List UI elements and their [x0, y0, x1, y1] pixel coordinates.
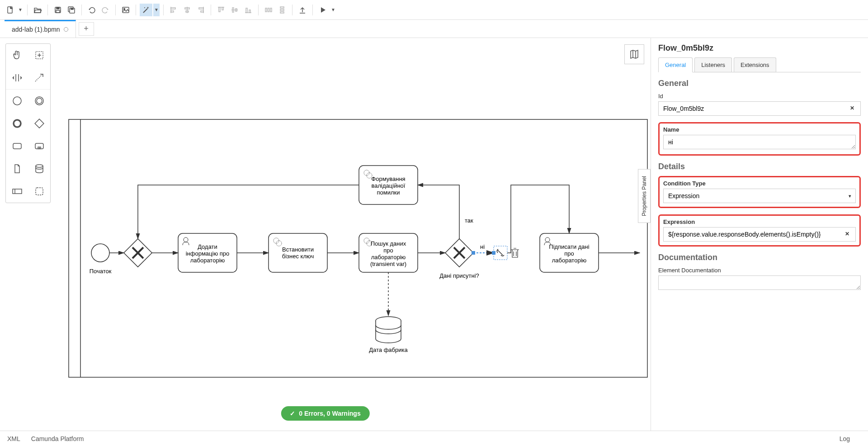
- unsaved-indicator-icon: [64, 27, 68, 32]
- subprocess-icon[interactable]: [28, 135, 50, 157]
- tab-listeners[interactable]: Listeners: [694, 57, 732, 72]
- service-task-search-data[interactable]: Пошук данихпролабораторію(transient var): [359, 233, 418, 272]
- gateway-icon[interactable]: [28, 112, 50, 135]
- properties-panel-toggle[interactable]: Properties Panel: [638, 169, 651, 223]
- hand-tool-icon[interactable]: [6, 44, 28, 66]
- task-icon[interactable]: [6, 135, 28, 157]
- separator: [27, 5, 28, 15]
- id-input[interactable]: [658, 101, 861, 116]
- validation-text: 0 Errors, 0 Warnings: [299, 410, 360, 417]
- platform-label[interactable]: Camunda Platform: [31, 435, 84, 442]
- svg-point-41: [37, 98, 42, 104]
- separator: [81, 5, 82, 15]
- separator: [258, 5, 259, 15]
- name-input[interactable]: ні: [663, 135, 856, 149]
- section-details: Details: [658, 162, 861, 171]
- align-bottom-button[interactable]: [242, 4, 255, 16]
- magic-wand-button[interactable]: [140, 4, 152, 16]
- flow-yes[interactable]: [418, 185, 459, 239]
- svg-rect-52: [36, 188, 43, 195]
- gateway-label: Дані присутні?: [439, 272, 479, 279]
- gateway-data-check[interactable]: [445, 239, 473, 267]
- properties-panel: Flow_0m5bl9z General Listeners Extension…: [651, 38, 868, 431]
- svg-rect-32: [280, 12, 284, 13]
- align-center-v-button[interactable]: [228, 4, 241, 16]
- log-tab[interactable]: Log: [840, 435, 850, 442]
- separator: [115, 5, 116, 15]
- save-button[interactable]: [52, 4, 64, 16]
- flow-handle[interactable]: [492, 251, 495, 255]
- flow-handle[interactable]: [472, 251, 475, 255]
- svg-rect-3: [56, 10, 60, 13]
- save-all-button[interactable]: [65, 4, 78, 16]
- element-doc-input[interactable]: [658, 275, 861, 290]
- user-task-sign-data[interactable]: Підписати даніпролабораторію: [540, 233, 599, 272]
- redo-button[interactable]: [99, 4, 112, 16]
- gateway-merge[interactable]: [124, 239, 152, 267]
- file-tabs: add-lab (1).bpmn +: [0, 20, 868, 38]
- upload-button[interactable]: [296, 4, 309, 16]
- validation-badge[interactable]: ✓ 0 Errors, 0 Warnings: [281, 406, 369, 421]
- end-event-icon[interactable]: [6, 112, 28, 135]
- svg-rect-31: [280, 9, 284, 10]
- service-task-business-key[interactable]: Встановитибізнес ключ: [269, 233, 327, 272]
- participant-icon[interactable]: [6, 180, 28, 203]
- clear-icon[interactable]: ✕: [845, 231, 852, 238]
- new-file-button[interactable]: [4, 4, 16, 16]
- magic-wand-dropdown[interactable]: ▼: [153, 4, 160, 16]
- align-top-button[interactable]: [215, 4, 227, 16]
- undo-button[interactable]: [85, 4, 98, 16]
- add-tab-button[interactable]: +: [79, 22, 94, 36]
- group-icon[interactable]: [28, 180, 50, 203]
- lasso-tool-icon[interactable]: [28, 44, 50, 66]
- align-right-button[interactable]: [194, 4, 207, 16]
- intermediate-event-icon[interactable]: [28, 90, 50, 112]
- separator: [292, 5, 292, 15]
- separator: [163, 5, 164, 15]
- check-icon: ✓: [290, 410, 295, 417]
- align-center-h-button[interactable]: [181, 4, 193, 16]
- data-store-icon[interactable]: [28, 157, 50, 180]
- svg-rect-6: [71, 8, 73, 9]
- separator: [211, 5, 211, 15]
- data-object-icon[interactable]: [6, 157, 28, 180]
- service-task-validation-error[interactable]: Формуваннявалідаційноїпомилки: [359, 166, 418, 204]
- svg-rect-43: [35, 119, 44, 128]
- tab-label: add-lab (1).bpmn: [12, 26, 60, 33]
- xml-tab[interactable]: XML: [7, 435, 20, 442]
- clear-icon[interactable]: ✕: [850, 105, 857, 112]
- separator: [136, 5, 136, 15]
- svg-rect-11: [171, 11, 174, 12]
- separator: [312, 5, 313, 15]
- expression-input[interactable]: [663, 227, 856, 242]
- align-left-button[interactable]: [167, 4, 180, 16]
- data-store[interactable]: [376, 317, 401, 343]
- open-button[interactable]: [31, 4, 44, 16]
- tab-extensions[interactable]: Extensions: [734, 57, 776, 72]
- connect-tool-icon[interactable]: [28, 66, 50, 89]
- space-tool-icon[interactable]: [6, 66, 28, 89]
- status-bar: XML Camunda Platform Log: [0, 431, 868, 446]
- file-tab[interactable]: add-lab (1).bpmn: [5, 20, 76, 38]
- start-event-icon[interactable]: [6, 90, 28, 112]
- context-pad[interactable]: [494, 246, 519, 260]
- play-button[interactable]: [316, 4, 329, 16]
- svg-rect-44: [13, 143, 21, 149]
- start-event[interactable]: [91, 244, 109, 262]
- flow-yes-label: так: [465, 217, 473, 224]
- distribute-h-button[interactable]: [262, 4, 275, 16]
- play-dropdown[interactable]: ▼: [330, 4, 336, 16]
- svg-rect-26: [249, 10, 250, 13]
- diagram-canvas[interactable]: Properties Panel Створення лабораторії П…: [0, 38, 651, 431]
- condition-type-select[interactable]: Expression: [663, 189, 856, 203]
- user-task-add-info[interactable]: Додатиінформацію пролабораторію: [178, 233, 237, 272]
- flow[interactable]: [138, 185, 359, 239]
- flow-no-label: ні: [480, 243, 485, 250]
- start-event-label: Початок: [90, 268, 112, 275]
- tab-general[interactable]: General: [658, 57, 693, 72]
- separator: [47, 5, 48, 15]
- svg-rect-50: [13, 189, 22, 194]
- new-file-dropdown[interactable]: ▼: [17, 4, 24, 16]
- distribute-v-button[interactable]: [276, 4, 288, 16]
- image-button[interactable]: [119, 4, 132, 16]
